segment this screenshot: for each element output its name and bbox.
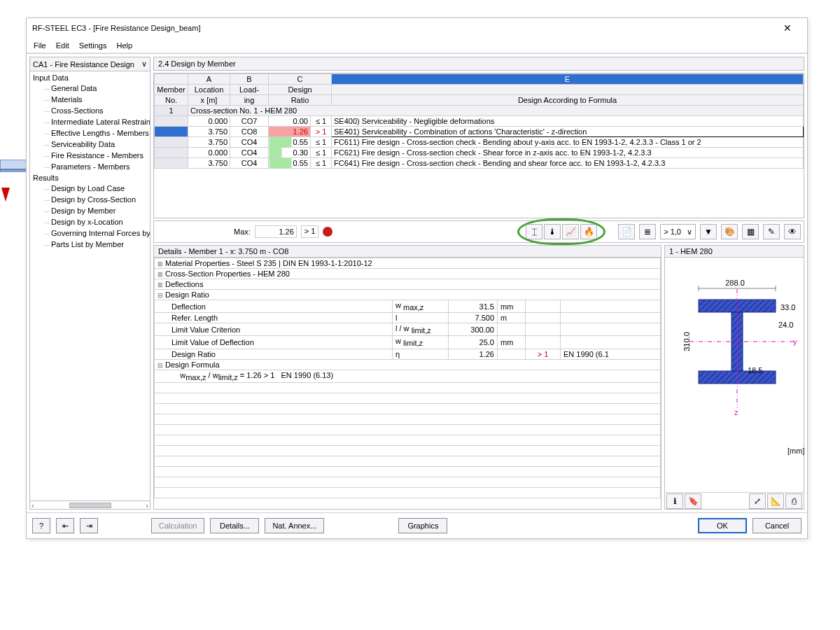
results-toolbar: Max: > 1 ⌶ 🌡 📈 🔥 📄 ≣ > 1,0∨ ▼ 🎨 xyxy=(153,220,804,243)
excel-icon[interactable]: ▦ xyxy=(742,224,759,239)
swap-colors-icon[interactable]: 🎨 xyxy=(721,224,738,239)
svg-text:[mm]: [mm] xyxy=(788,447,804,455)
highlighted-detail-icons: ⌶ 🌡 📈 🔥 xyxy=(523,223,600,241)
pick-icon[interactable]: ✎ xyxy=(763,224,780,239)
tree-group[interactable]: Results xyxy=(30,173,150,183)
cancel-button[interactable]: Cancel xyxy=(752,518,802,533)
svg-text:33.0: 33.0 xyxy=(780,303,795,312)
dims-icon[interactable]: 📐 xyxy=(767,493,784,509)
menu-bar: File Edit Settings Help xyxy=(27,38,807,53)
nat-annex-button[interactable]: Nat. Annex... xyxy=(265,518,324,533)
max-label: Max: xyxy=(234,227,251,236)
detail-section-icon[interactable]: ⌶ xyxy=(526,224,542,239)
svg-text:310.0: 310.0 xyxy=(682,332,691,351)
tree-item[interactable]: Serviceability Data xyxy=(30,139,150,150)
window-title: RF-STEEL EC3 - [Fire Resistance Design_b… xyxy=(32,24,774,32)
results-grid[interactable]: ABCEMemberLocationLoad-DesignNo.x [m]ing… xyxy=(153,73,804,218)
tree-item[interactable]: Design by Load Case xyxy=(30,183,150,195)
tree-item[interactable]: Cross-Sections xyxy=(30,106,150,117)
svg-text:18.5: 18.5 xyxy=(748,366,762,374)
navigator-panel: CA1 - Fire Resistance Design ∨ Input Dat… xyxy=(29,57,150,510)
max-value-field[interactable] xyxy=(255,225,297,238)
tree-item[interactable]: Parameters - Members xyxy=(30,162,150,173)
dialog-button-bar: ? ⇤ ⇥ Calculation Details... Nat. Annex.… xyxy=(27,513,807,538)
cross-section-drawing: y z 288.0 310.0 33.0 24.0 18.5 xyxy=(665,258,804,492)
chevron-down-icon: ∨ xyxy=(687,227,692,237)
svg-text:z: z xyxy=(734,408,738,416)
tree-item[interactable]: Intermediate Lateral Restraints xyxy=(30,117,150,128)
menu-help[interactable]: Help xyxy=(116,41,132,50)
svg-text:288.0: 288.0 xyxy=(725,279,745,287)
ratio-filter-combo[interactable]: > 1,0∨ xyxy=(660,224,696,239)
tree-item[interactable]: Parts List by Member xyxy=(30,239,150,251)
tree-group[interactable]: Input Data xyxy=(30,73,150,83)
svg-marker-2 xyxy=(1,188,10,202)
close-icon[interactable]: ✕ xyxy=(774,22,802,34)
detail-thermo-icon[interactable]: 🌡 xyxy=(544,224,561,239)
tree-item[interactable]: Design by x-Location xyxy=(30,217,150,228)
case-selector-value: CA1 - Fire Resistance Design xyxy=(33,60,141,69)
cross-section-title: 1 - HEM 280 xyxy=(665,246,804,258)
filter-icon[interactable]: ▼ xyxy=(700,224,717,239)
tree-item[interactable]: Effective Lengths - Members xyxy=(30,128,150,139)
dialog-window: RF-STEEL EC3 - [Fire Resistance Design_b… xyxy=(26,18,808,539)
prev-button[interactable]: ⇤ xyxy=(56,518,74,533)
case-selector[interactable]: CA1 - Fire Resistance Design ∨ xyxy=(30,57,150,71)
detail-chart-icon[interactable]: 📈 xyxy=(562,224,579,239)
tree-item[interactable]: Design by Cross-Section xyxy=(30,195,150,206)
details-header: Details - Member 1 - x: 3.750 m - CO8 xyxy=(154,246,661,258)
calculation-button[interactable]: Calculation xyxy=(151,518,204,533)
menu-edit[interactable]: Edit xyxy=(56,41,69,50)
details-panel: Details - Member 1 - x: 3.750 m - CO8 Ma… xyxy=(153,245,662,510)
max-cmp: > 1 xyxy=(301,225,319,238)
sort-icon[interactable]: ≣ xyxy=(639,224,656,239)
axes-icon[interactable]: ⤢ xyxy=(749,493,766,509)
export-icon[interactable]: 📄 xyxy=(618,224,635,239)
help-button[interactable]: ? xyxy=(32,518,50,533)
menu-file[interactable]: File xyxy=(34,41,46,50)
svg-text:y: y xyxy=(793,337,797,346)
titlebar: RF-STEEL EC3 - [Fire Resistance Design_b… xyxy=(27,18,807,38)
svg-text:24.0: 24.0 xyxy=(778,321,793,329)
details-button[interactable]: Details... xyxy=(210,518,259,533)
graphics-button[interactable]: Graphics xyxy=(398,518,447,533)
results-header: 2.4 Design by Member xyxy=(153,57,804,71)
navigator-tree[interactable]: Input DataGeneral DataMaterialsCross-Sec… xyxy=(30,71,150,500)
info-icon[interactable]: ℹ xyxy=(666,493,683,509)
tree-item[interactable]: General Data xyxy=(30,83,150,94)
ok-button[interactable]: OK xyxy=(698,518,747,533)
menu-settings[interactable]: Settings xyxy=(79,41,107,50)
cross-section-panel: 1 - HEM 280 xyxy=(664,245,804,510)
print-icon[interactable]: ⎙ xyxy=(785,493,802,509)
detail-fire-icon[interactable]: 🔥 xyxy=(580,224,597,239)
tree-item[interactable]: Materials xyxy=(30,94,150,106)
status-fail-icon xyxy=(323,227,332,237)
chevron-down-icon: ∨ xyxy=(141,59,147,69)
tag-icon[interactable]: 🔖 xyxy=(685,493,701,509)
next-button[interactable]: ⇥ xyxy=(80,518,98,533)
tree-item[interactable]: Design by Member xyxy=(30,206,150,217)
tree-item[interactable]: Fire Resistance - Members xyxy=(30,150,150,162)
tree-item[interactable]: Governing Internal Forces by M xyxy=(30,228,150,239)
tree-h-scrollbar[interactable]: ‹› xyxy=(30,500,150,509)
eye-icon[interactable]: 👁 xyxy=(784,224,801,239)
